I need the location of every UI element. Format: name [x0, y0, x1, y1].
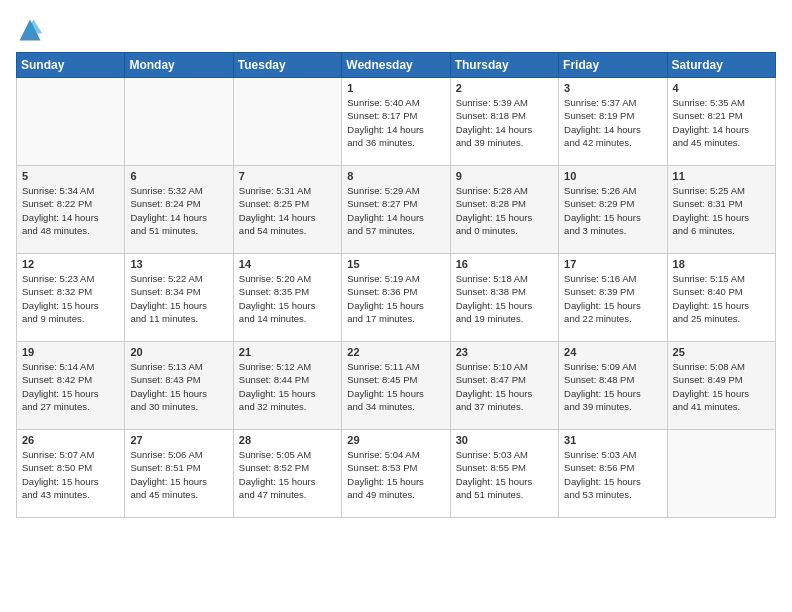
calendar-cell: 26Sunrise: 5:07 AM Sunset: 8:50 PM Dayli… — [17, 430, 125, 518]
header-day: Saturday — [667, 53, 775, 78]
calendar-cell: 25Sunrise: 5:08 AM Sunset: 8:49 PM Dayli… — [667, 342, 775, 430]
calendar-week-row: 26Sunrise: 5:07 AM Sunset: 8:50 PM Dayli… — [17, 430, 776, 518]
calendar-cell: 6Sunrise: 5:32 AM Sunset: 8:24 PM Daylig… — [125, 166, 233, 254]
day-number: 31 — [564, 434, 661, 446]
calendar-cell: 18Sunrise: 5:15 AM Sunset: 8:40 PM Dayli… — [667, 254, 775, 342]
cell-info: Sunrise: 5:11 AM Sunset: 8:45 PM Dayligh… — [347, 360, 444, 413]
calendar-week-row: 5Sunrise: 5:34 AM Sunset: 8:22 PM Daylig… — [17, 166, 776, 254]
day-number: 8 — [347, 170, 444, 182]
header-day: Wednesday — [342, 53, 450, 78]
calendar-cell: 4Sunrise: 5:35 AM Sunset: 8:21 PM Daylig… — [667, 78, 775, 166]
cell-info: Sunrise: 5:22 AM Sunset: 8:34 PM Dayligh… — [130, 272, 227, 325]
calendar-cell: 1Sunrise: 5:40 AM Sunset: 8:17 PM Daylig… — [342, 78, 450, 166]
calendar-cell: 23Sunrise: 5:10 AM Sunset: 8:47 PM Dayli… — [450, 342, 558, 430]
cell-info: Sunrise: 5:26 AM Sunset: 8:29 PM Dayligh… — [564, 184, 661, 237]
cell-info: Sunrise: 5:10 AM Sunset: 8:47 PM Dayligh… — [456, 360, 553, 413]
day-number: 10 — [564, 170, 661, 182]
cell-info: Sunrise: 5:35 AM Sunset: 8:21 PM Dayligh… — [673, 96, 770, 149]
calendar-cell: 3Sunrise: 5:37 AM Sunset: 8:19 PM Daylig… — [559, 78, 667, 166]
calendar-cell — [667, 430, 775, 518]
cell-info: Sunrise: 5:28 AM Sunset: 8:28 PM Dayligh… — [456, 184, 553, 237]
cell-info: Sunrise: 5:19 AM Sunset: 8:36 PM Dayligh… — [347, 272, 444, 325]
day-number: 11 — [673, 170, 770, 182]
logo — [16, 16, 48, 44]
calendar-cell — [17, 78, 125, 166]
calendar-cell: 24Sunrise: 5:09 AM Sunset: 8:48 PM Dayli… — [559, 342, 667, 430]
calendar-cell — [125, 78, 233, 166]
day-number: 21 — [239, 346, 336, 358]
day-number: 22 — [347, 346, 444, 358]
day-number: 20 — [130, 346, 227, 358]
calendar-cell: 8Sunrise: 5:29 AM Sunset: 8:27 PM Daylig… — [342, 166, 450, 254]
cell-info: Sunrise: 5:04 AM Sunset: 8:53 PM Dayligh… — [347, 448, 444, 501]
calendar-week-row: 19Sunrise: 5:14 AM Sunset: 8:42 PM Dayli… — [17, 342, 776, 430]
day-number: 16 — [456, 258, 553, 270]
day-number: 24 — [564, 346, 661, 358]
calendar-cell: 16Sunrise: 5:18 AM Sunset: 8:38 PM Dayli… — [450, 254, 558, 342]
header-day: Monday — [125, 53, 233, 78]
cell-info: Sunrise: 5:15 AM Sunset: 8:40 PM Dayligh… — [673, 272, 770, 325]
cell-info: Sunrise: 5:03 AM Sunset: 8:56 PM Dayligh… — [564, 448, 661, 501]
cell-info: Sunrise: 5:40 AM Sunset: 8:17 PM Dayligh… — [347, 96, 444, 149]
day-number: 19 — [22, 346, 119, 358]
cell-info: Sunrise: 5:34 AM Sunset: 8:22 PM Dayligh… — [22, 184, 119, 237]
cell-info: Sunrise: 5:09 AM Sunset: 8:48 PM Dayligh… — [564, 360, 661, 413]
calendar-cell: 27Sunrise: 5:06 AM Sunset: 8:51 PM Dayli… — [125, 430, 233, 518]
calendar-cell — [233, 78, 341, 166]
calendar-cell: 19Sunrise: 5:14 AM Sunset: 8:42 PM Dayli… — [17, 342, 125, 430]
cell-info: Sunrise: 5:03 AM Sunset: 8:55 PM Dayligh… — [456, 448, 553, 501]
day-number: 4 — [673, 82, 770, 94]
day-number: 5 — [22, 170, 119, 182]
day-number: 27 — [130, 434, 227, 446]
day-number: 14 — [239, 258, 336, 270]
day-number: 30 — [456, 434, 553, 446]
cell-info: Sunrise: 5:25 AM Sunset: 8:31 PM Dayligh… — [673, 184, 770, 237]
calendar-week-row: 12Sunrise: 5:23 AM Sunset: 8:32 PM Dayli… — [17, 254, 776, 342]
day-number: 6 — [130, 170, 227, 182]
calendar-table: SundayMondayTuesdayWednesdayThursdayFrid… — [16, 52, 776, 518]
calendar-cell: 11Sunrise: 5:25 AM Sunset: 8:31 PM Dayli… — [667, 166, 775, 254]
calendar-cell: 15Sunrise: 5:19 AM Sunset: 8:36 PM Dayli… — [342, 254, 450, 342]
header-day: Tuesday — [233, 53, 341, 78]
calendar-cell: 14Sunrise: 5:20 AM Sunset: 8:35 PM Dayli… — [233, 254, 341, 342]
day-number: 12 — [22, 258, 119, 270]
day-number: 7 — [239, 170, 336, 182]
day-number: 9 — [456, 170, 553, 182]
day-number: 28 — [239, 434, 336, 446]
cell-info: Sunrise: 5:39 AM Sunset: 8:18 PM Dayligh… — [456, 96, 553, 149]
calendar-cell: 10Sunrise: 5:26 AM Sunset: 8:29 PM Dayli… — [559, 166, 667, 254]
cell-info: Sunrise: 5:20 AM Sunset: 8:35 PM Dayligh… — [239, 272, 336, 325]
day-number: 18 — [673, 258, 770, 270]
logo-icon — [16, 16, 44, 44]
cell-info: Sunrise: 5:29 AM Sunset: 8:27 PM Dayligh… — [347, 184, 444, 237]
header-day: Friday — [559, 53, 667, 78]
cell-info: Sunrise: 5:31 AM Sunset: 8:25 PM Dayligh… — [239, 184, 336, 237]
day-number: 29 — [347, 434, 444, 446]
calendar-cell: 28Sunrise: 5:05 AM Sunset: 8:52 PM Dayli… — [233, 430, 341, 518]
day-number: 2 — [456, 82, 553, 94]
cell-info: Sunrise: 5:18 AM Sunset: 8:38 PM Dayligh… — [456, 272, 553, 325]
cell-info: Sunrise: 5:14 AM Sunset: 8:42 PM Dayligh… — [22, 360, 119, 413]
cell-info: Sunrise: 5:06 AM Sunset: 8:51 PM Dayligh… — [130, 448, 227, 501]
cell-info: Sunrise: 5:23 AM Sunset: 8:32 PM Dayligh… — [22, 272, 119, 325]
day-number: 3 — [564, 82, 661, 94]
cell-info: Sunrise: 5:13 AM Sunset: 8:43 PM Dayligh… — [130, 360, 227, 413]
calendar-cell: 31Sunrise: 5:03 AM Sunset: 8:56 PM Dayli… — [559, 430, 667, 518]
calendar-week-row: 1Sunrise: 5:40 AM Sunset: 8:17 PM Daylig… — [17, 78, 776, 166]
day-number: 17 — [564, 258, 661, 270]
header-day: Thursday — [450, 53, 558, 78]
header-row: SundayMondayTuesdayWednesdayThursdayFrid… — [17, 53, 776, 78]
cell-info: Sunrise: 5:08 AM Sunset: 8:49 PM Dayligh… — [673, 360, 770, 413]
calendar-cell: 20Sunrise: 5:13 AM Sunset: 8:43 PM Dayli… — [125, 342, 233, 430]
calendar-cell: 5Sunrise: 5:34 AM Sunset: 8:22 PM Daylig… — [17, 166, 125, 254]
day-number: 1 — [347, 82, 444, 94]
cell-info: Sunrise: 5:37 AM Sunset: 8:19 PM Dayligh… — [564, 96, 661, 149]
calendar-cell: 29Sunrise: 5:04 AM Sunset: 8:53 PM Dayli… — [342, 430, 450, 518]
day-number: 13 — [130, 258, 227, 270]
cell-info: Sunrise: 5:12 AM Sunset: 8:44 PM Dayligh… — [239, 360, 336, 413]
cell-info: Sunrise: 5:05 AM Sunset: 8:52 PM Dayligh… — [239, 448, 336, 501]
calendar-cell: 22Sunrise: 5:11 AM Sunset: 8:45 PM Dayli… — [342, 342, 450, 430]
cell-info: Sunrise: 5:07 AM Sunset: 8:50 PM Dayligh… — [22, 448, 119, 501]
calendar-cell: 17Sunrise: 5:16 AM Sunset: 8:39 PM Dayli… — [559, 254, 667, 342]
day-number: 26 — [22, 434, 119, 446]
